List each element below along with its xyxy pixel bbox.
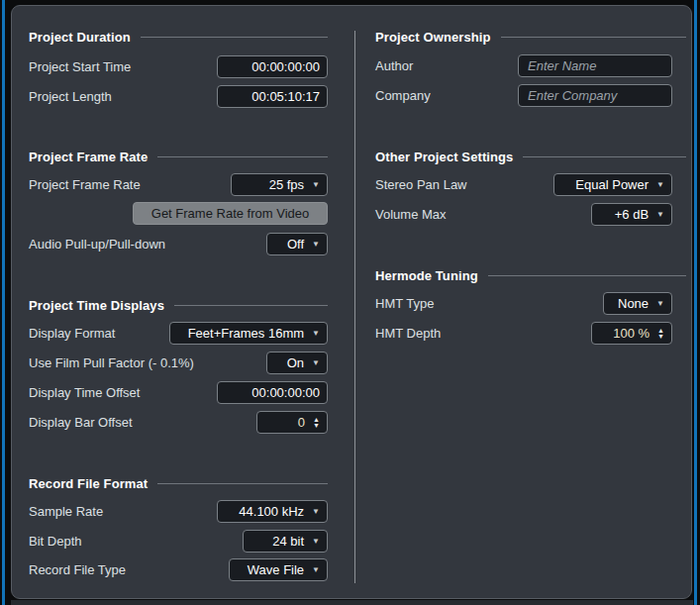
chevron-down-icon: ▼	[312, 330, 320, 338]
section-title: Project Time Displays	[29, 298, 164, 313]
row-volume-max: Volume Max +6 dB ▼	[375, 203, 672, 226]
film-pull-factor-dropdown[interactable]: On ▼	[266, 352, 328, 374]
project-frame-rate-label: Project Frame Rate	[29, 177, 141, 192]
display-time-offset-label: Display Time Offset	[29, 385, 140, 400]
display-bar-offset-label: Display Bar Offset	[29, 415, 133, 430]
section-title: Project Duration	[29, 30, 131, 45]
field-value: 00:00:00:00	[225, 59, 320, 74]
section-title: Hermode Tuning	[375, 268, 478, 283]
bit-depth-label: Bit Depth	[29, 534, 81, 549]
stereo-pan-law-label: Stereo Pan Law	[375, 177, 467, 192]
dropdown-value: +6 dB	[599, 207, 649, 222]
spinner-value: 0	[264, 415, 305, 430]
row-display-time-offset: Display Time Offset 00:00:00:00	[29, 381, 328, 404]
display-format-label: Display Format	[29, 326, 115, 341]
dropdown-value: Equal Power	[561, 177, 649, 192]
section-title: Record File Format	[29, 476, 148, 491]
company-input[interactable]	[518, 84, 672, 107]
section-title: Project Frame Rate	[29, 150, 148, 164]
project-start-time-label: Project Start Time	[29, 59, 131, 74]
chevron-down-icon: ▼	[656, 181, 664, 189]
display-time-offset-field[interactable]: 00:00:00:00	[217, 381, 328, 404]
hmt-type-dropdown[interactable]: None ▼	[603, 292, 672, 315]
author-label: Author	[375, 58, 413, 73]
section-divider-line	[141, 37, 328, 38]
chevron-down-icon: ▼	[312, 566, 320, 574]
chevron-down-icon: ▼	[656, 211, 664, 219]
volume-max-label: Volume Max	[375, 207, 447, 222]
row-display-format: Display Format Feet+Frames 16mm ▼	[29, 322, 328, 345]
spinner-value: 100 %	[599, 326, 650, 341]
project-frame-rate-dropdown[interactable]: 25 fps ▼	[231, 173, 328, 196]
chevron-down-icon: ▼	[312, 181, 320, 189]
row-bit-depth: Bit Depth 24 bit ▼	[29, 530, 328, 553]
chevron-down-icon: ▼	[312, 241, 320, 249]
window-accent-right	[694, 0, 697, 605]
film-pull-factor-label: Use Film Pull Factor (- 0.1%)	[29, 355, 194, 370]
dropdown-value: 25 fps	[239, 177, 304, 192]
row-project-length: Project Length 00:05:10:17	[29, 85, 328, 108]
project-start-time-field[interactable]: 00:00:00:00	[217, 55, 328, 78]
row-company: Company	[375, 84, 672, 107]
project-setup-panel: Project Duration Project Start Time 00:0…	[11, 5, 692, 599]
hmt-depth-label: HMT Depth	[375, 326, 441, 341]
spinner-arrows: ▲ ▼	[657, 328, 664, 340]
section-hermode-tuning: Hermode Tuning	[375, 267, 686, 283]
spinner-down-icon[interactable]: ▼	[657, 334, 664, 340]
section-divider-line	[174, 305, 328, 306]
chevron-down-icon: ▼	[656, 300, 664, 308]
audio-pull-dropdown[interactable]: Off ▼	[266, 233, 328, 255]
window-accent-left	[2, 0, 5, 605]
section-project-time-displays: Project Time Displays	[29, 297, 328, 313]
field-value: 00:05:10:17	[225, 89, 320, 104]
hmt-type-label: HMT Type	[375, 296, 434, 311]
section-project-duration: Project Duration	[29, 29, 328, 45]
sample-rate-dropdown[interactable]: 44.100 kHz ▼	[217, 500, 328, 523]
record-file-type-label: Record File Type	[29, 562, 126, 577]
section-project-ownership: Project Ownership	[375, 29, 686, 45]
display-bar-offset-spinner[interactable]: 0 ▲ ▼	[256, 411, 328, 434]
spinner-down-icon[interactable]: ▼	[313, 423, 320, 429]
record-file-type-dropdown[interactable]: Wave File ▼	[229, 558, 328, 581]
section-divider-line	[501, 37, 686, 38]
dropdown-value: Wave File	[237, 562, 304, 577]
section-other-project-settings: Other Project Settings	[375, 149, 686, 164]
section-title: Other Project Settings	[375, 150, 513, 164]
display-format-dropdown[interactable]: Feet+Frames 16mm ▼	[169, 322, 328, 345]
hmt-depth-spinner[interactable]: 100 % ▲ ▼	[591, 322, 672, 345]
row-hmt-type: HMT Type None ▼	[375, 292, 672, 315]
row-author: Author	[375, 54, 672, 77]
chevron-down-icon: ▼	[312, 508, 320, 516]
section-project-frame-rate: Project Frame Rate	[29, 149, 328, 164]
get-frame-rate-from-video-button[interactable]: Get Frame Rate from Video	[133, 202, 328, 225]
dropdown-value: On	[274, 355, 304, 370]
bit-depth-dropdown[interactable]: 24 bit ▼	[243, 530, 328, 553]
section-title: Project Ownership	[375, 30, 491, 45]
row-display-bar-offset: Display Bar Offset 0 ▲ ▼	[29, 411, 328, 434]
dropdown-value: Off	[274, 237, 304, 252]
dropdown-value: Feet+Frames 16mm	[177, 326, 304, 341]
dropdown-value: None	[611, 296, 649, 311]
row-hmt-depth: HMT Depth 100 % ▲ ▼	[375, 322, 672, 345]
row-film-pull-factor: Use Film Pull Factor (- 0.1%) On ▼	[29, 352, 328, 374]
author-input[interactable]	[518, 54, 672, 77]
spinner-arrows: ▲ ▼	[313, 417, 320, 429]
row-project-frame-rate: Project Frame Rate 25 fps ▼	[29, 173, 328, 196]
chevron-down-icon: ▼	[312, 359, 320, 367]
row-audio-pull: Audio Pull-up/Pull-down Off ▼	[29, 233, 328, 255]
chevron-down-icon: ▼	[312, 538, 320, 546]
row-sample-rate: Sample Rate 44.100 kHz ▼	[29, 500, 328, 523]
volume-max-dropdown[interactable]: +6 dB ▼	[591, 203, 672, 226]
dropdown-value: 24 bit	[250, 534, 304, 549]
project-length-field[interactable]: 00:05:10:17	[217, 85, 328, 108]
section-divider-line	[157, 156, 328, 157]
company-label: Company	[375, 88, 431, 103]
column-divider	[354, 31, 355, 583]
section-divider-line	[157, 483, 328, 484]
row-stereo-pan-law: Stereo Pan Law Equal Power ▼	[375, 173, 672, 196]
sample-rate-label: Sample Rate	[29, 504, 103, 519]
stereo-pan-law-dropdown[interactable]: Equal Power ▼	[553, 173, 672, 196]
row-project-start-time: Project Start Time 00:00:00:00	[29, 55, 328, 78]
section-divider-line	[488, 275, 686, 276]
row-record-file-type: Record File Type Wave File ▼	[29, 558, 328, 581]
